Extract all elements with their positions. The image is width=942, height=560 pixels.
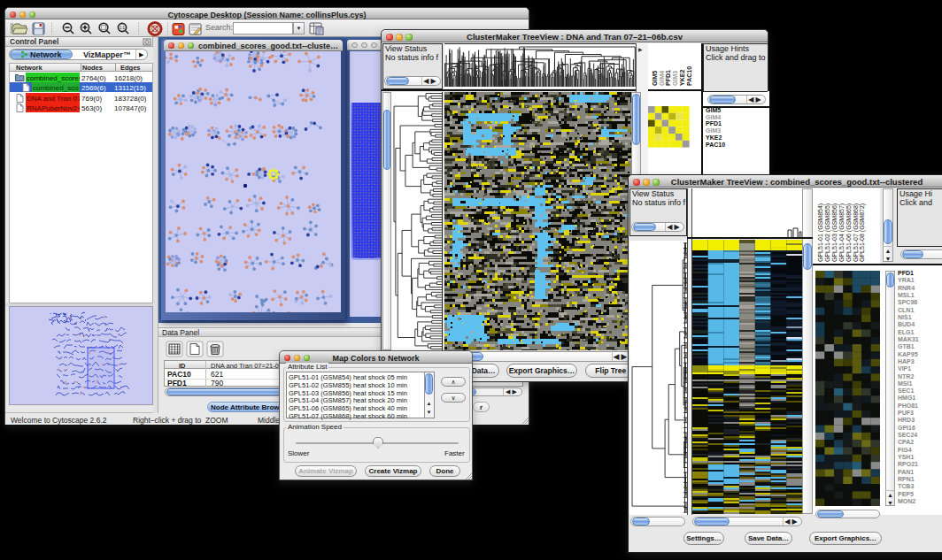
svg-text:1:1: 1:1 bbox=[120, 26, 126, 30]
